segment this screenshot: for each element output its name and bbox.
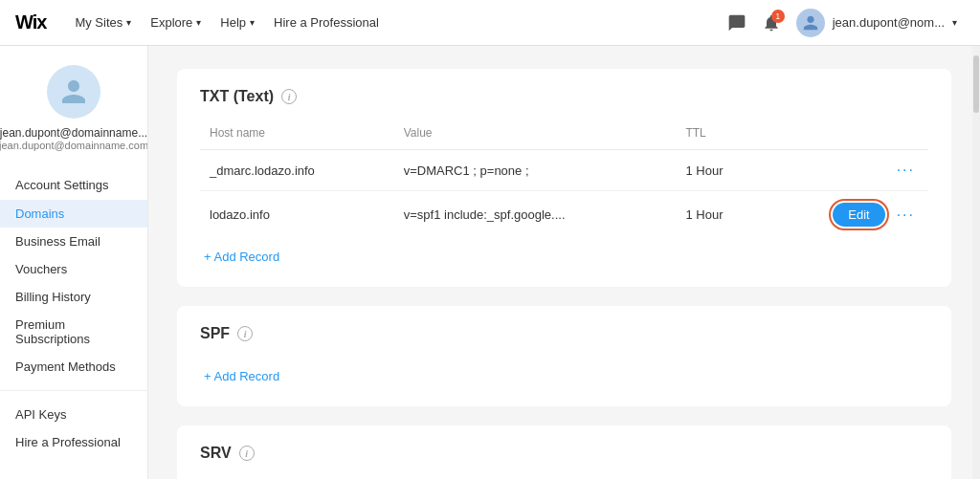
page-layout: jean.dupont@domainname... jean.dupont@do…: [0, 46, 980, 479]
txt-section: TXT (Text) i Host name Value TTL _dmarc.…: [177, 69, 951, 287]
chevron-down-icon: ▾: [250, 17, 255, 28]
row1-more-menu[interactable]: ···: [893, 162, 919, 179]
scrollbar-thumb: [973, 55, 979, 113]
top-navigation: Wix My Sites ▾ Explore ▾ Help ▾ Hire a P…: [0, 0, 980, 46]
row2-more-menu[interactable]: ···: [893, 207, 919, 224]
nav-my-sites[interactable]: My Sites ▾: [65, 0, 141, 46]
nav-explore-label: Explore: [150, 15, 192, 30]
edit-button[interactable]: Edit: [833, 203, 884, 227]
nav-hire-label: Hire a Professional: [274, 15, 379, 30]
row1-ttl: 1 Hour: [676, 150, 764, 191]
table-row: lodazo.info v=spf1 include:_spf.google..…: [200, 191, 928, 239]
txt-add-record[interactable]: + Add Record: [200, 238, 928, 268]
txt-section-title: TXT (Text): [200, 88, 274, 105]
chevron-down-icon: ▾: [196, 17, 201, 28]
sidebar-email: jean.dupont@domainname.com: [0, 140, 148, 151]
chevron-down-icon: ▾: [126, 17, 131, 28]
sidebar-divider: [0, 390, 147, 391]
sidebar-avatar: [47, 65, 100, 119]
sidebar-item-billing-history[interactable]: Billing History: [0, 283, 147, 311]
txt-info-icon[interactable]: i: [281, 89, 297, 104]
notifications-button[interactable]: 1: [754, 6, 789, 40]
nav-help[interactable]: Help ▾: [211, 0, 264, 46]
srv-section-title: SRV: [200, 445, 232, 462]
spf-section-header: SPF i: [200, 325, 928, 342]
chat-button[interactable]: [720, 6, 754, 40]
wix-logo: Wix: [15, 11, 46, 33]
sidebar-item-hire-professional[interactable]: Hire a Professional: [0, 428, 147, 456]
row1-host: _dmarc.lodazo.info: [200, 150, 394, 191]
srv-info-icon[interactable]: i: [239, 446, 255, 461]
sidebar-user-section: jean.dupont@domainname... jean.dupont@do…: [0, 65, 147, 170]
txt-table: Host name Value TTL _dmarc.lodazo.info v…: [200, 120, 928, 238]
sidebar-item-payment-methods[interactable]: Payment Methods: [0, 353, 147, 381]
col-actions: [765, 120, 928, 150]
srv-section: SRV i + Add Record: [177, 425, 951, 479]
spf-add-record[interactable]: + Add Record: [200, 358, 928, 387]
sidebar-item-vouchers[interactable]: Vouchers: [0, 255, 147, 283]
table-row: _dmarc.lodazo.info v=DMARC1 ; p=none ; 1…: [200, 150, 928, 191]
row2-value: v=spf1 include:_spf.google....: [394, 191, 677, 239]
scrollbar[interactable]: [972, 46, 980, 479]
nav-explore[interactable]: Explore ▾: [141, 0, 211, 46]
nav-my-sites-label: My Sites: [75, 15, 122, 30]
nav-hire-professional[interactable]: Hire a Professional: [264, 0, 389, 46]
avatar: [796, 9, 825, 37]
row2-host: lodazo.info: [200, 191, 394, 239]
spf-section-title: SPF: [200, 325, 230, 342]
row1-actions: ···: [765, 150, 928, 191]
srv-section-header: SRV i: [200, 445, 928, 462]
username-display: jean.dupont@nom...: [833, 15, 945, 30]
row1-value: v=DMARC1 ; p=none ;: [394, 150, 677, 191]
sidebar-username: jean.dupont@domainname...: [0, 126, 147, 140]
col-ttl: TTL: [676, 120, 764, 150]
nav-help-label: Help: [220, 15, 246, 30]
sidebar-item-domains[interactable]: Domains: [0, 200, 147, 228]
sidebar-item-premium-subscriptions[interactable]: Premium Subscriptions: [0, 311, 147, 353]
col-host: Host name: [200, 120, 394, 150]
sidebar-item-api-keys[interactable]: API Keys: [0, 401, 147, 428]
sidebar-item-business-email[interactable]: Business Email: [0, 228, 147, 255]
col-value: Value: [394, 120, 677, 150]
txt-section-header: TXT (Text) i: [200, 88, 928, 105]
notification-count: 1: [771, 10, 785, 23]
user-menu[interactable]: jean.dupont@nom... ▾: [789, 9, 965, 37]
spf-section: SPF i + Add Record: [177, 306, 951, 406]
user-chevron-icon: ▾: [952, 17, 957, 28]
sidebar-section-title: Account Settings: [0, 170, 147, 200]
row2-actions: Edit ···: [765, 191, 928, 239]
row2-ttl: 1 Hour: [676, 191, 764, 239]
main-content: TXT (Text) i Host name Value TTL _dmarc.…: [148, 46, 980, 479]
spf-info-icon[interactable]: i: [237, 326, 253, 341]
sidebar: jean.dupont@domainname... jean.dupont@do…: [0, 46, 148, 479]
